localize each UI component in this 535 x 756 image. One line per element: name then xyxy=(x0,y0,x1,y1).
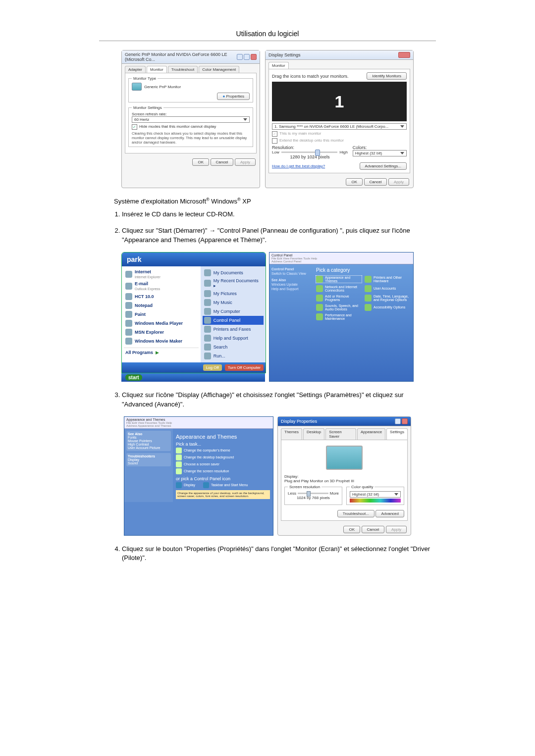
cancel-button[interactable]: Cancel xyxy=(364,178,387,186)
side-item[interactable]: Sound xyxy=(128,461,169,465)
monitor-type-value: Generic PnP Monitor xyxy=(144,85,181,89)
start-menu-item[interactable]: Windows Movie Maker xyxy=(124,337,199,346)
resolution-slider[interactable] xyxy=(298,493,328,494)
start-menu-item[interactable]: My Pictures xyxy=(203,289,264,298)
start-menu-item[interactable]: Run... xyxy=(203,352,264,360)
tab-monitor[interactable]: Monitor xyxy=(268,62,289,69)
monitor-preview[interactable]: 1 xyxy=(272,82,407,121)
display-settings-window: Display Settings Monitor Drag the icons … xyxy=(265,50,414,188)
tab-themes[interactable]: Themes xyxy=(281,428,302,440)
address-bar[interactable]: Address Control Panel xyxy=(271,260,411,263)
category-heading: Appearance and Themes xyxy=(176,434,270,440)
side-item[interactable]: Mouse Pointers xyxy=(128,439,169,443)
app-icon xyxy=(125,329,132,336)
hide-modes-checkbox[interactable]: ✓ Hide modes that this monitor cannot di… xyxy=(132,124,250,130)
start-menu-item[interactable]: MSN Explorer xyxy=(124,328,199,337)
start-menu-item[interactable]: Control Panel xyxy=(203,316,264,325)
logoff-button[interactable]: Log Off xyxy=(203,364,222,371)
main-monitor-checkbox[interactable]: ✓This is my main monitor xyxy=(272,131,407,137)
ok-button[interactable]: OK xyxy=(192,158,209,166)
category-icon xyxy=(365,295,372,302)
help-icon[interactable] xyxy=(395,418,401,424)
side-item[interactable]: Fonts xyxy=(128,436,169,439)
cp-icon-display[interactable]: Display xyxy=(184,483,195,487)
side-item[interactable]: User Account Picture xyxy=(128,446,169,450)
advanced-button[interactable]: Advanced xyxy=(375,510,404,517)
category-item[interactable]: Printers and Other Hardware xyxy=(365,276,410,283)
refresh-rate-select[interactable]: 60 Hertz xyxy=(132,116,250,123)
ok-button[interactable]: OK xyxy=(346,178,363,186)
resolution-slider[interactable] xyxy=(281,151,338,153)
start-menu-item[interactable]: InternetInternet Explorer xyxy=(124,268,199,280)
start-menu-item[interactable]: Notepad xyxy=(124,301,199,310)
side-item[interactable]: High Contrast xyxy=(128,443,169,446)
address-bar[interactable]: Address Appearance and Themes xyxy=(126,424,271,427)
monitor-settings-group: Monitor Settings Screen refresh rate: 60… xyxy=(128,105,253,147)
tab-screensaver[interactable]: Screen Saver xyxy=(325,428,356,440)
see-also-item[interactable]: Windows Update xyxy=(271,283,311,286)
start-menu-item[interactable]: Printers and Faxes xyxy=(203,325,264,334)
start-menu-item[interactable]: HCT 10.0 xyxy=(124,292,199,301)
cancel-button[interactable]: Cancel xyxy=(211,158,234,166)
apply-button[interactable]: Apply xyxy=(386,526,407,533)
start-menu-item[interactable]: Search xyxy=(203,343,264,352)
task-item[interactable]: Change the screen resolution xyxy=(176,468,270,474)
tab-monitor[interactable]: Monitor xyxy=(147,66,167,73)
category-item[interactable]: User Accounts xyxy=(365,285,410,292)
start-menu-item[interactable]: Windows Media Player xyxy=(124,319,199,328)
category-item[interactable]: Date, Time, Language, and Regional Optio… xyxy=(365,295,410,302)
close-icon[interactable] xyxy=(402,418,408,424)
close-icon[interactable] xyxy=(398,52,410,58)
see-also-item[interactable]: Help and Support xyxy=(271,287,311,291)
tab-desktop[interactable]: Desktop xyxy=(303,428,324,440)
start-menu-item[interactable]: Paint xyxy=(124,310,199,319)
tab-color-management[interactable]: Color Management xyxy=(199,66,239,73)
apply-button[interactable]: Apply xyxy=(235,158,256,166)
category-item[interactable]: Accessibility Options xyxy=(365,304,410,311)
best-display-link[interactable]: How do I get the best display? xyxy=(272,164,325,168)
category-item[interactable]: Performance and Maintenance xyxy=(316,313,362,320)
monitor-preview xyxy=(284,443,404,473)
start-menu-item[interactable]: My Documents xyxy=(203,268,264,277)
task-item[interactable]: Choose a screen saver xyxy=(176,461,270,467)
chevron-down-icon xyxy=(400,125,404,128)
maximize-icon[interactable] xyxy=(244,54,250,60)
category-item[interactable]: Add or Remove Programs xyxy=(316,295,362,302)
minimize-icon[interactable] xyxy=(237,54,243,60)
switch-classic-link[interactable]: Switch to Classic View xyxy=(271,272,311,275)
all-programs[interactable]: All Programs ▶ xyxy=(124,348,199,356)
extend-desktop-checkbox[interactable]: Extend the desktop onto this monitor xyxy=(272,138,407,144)
taskbar-start[interactable]: start xyxy=(121,373,265,382)
start-menu-item[interactable]: Help and Support xyxy=(203,334,264,343)
hide-modes-description: Clearing this check box allows you to se… xyxy=(132,131,250,145)
start-menu-item[interactable]: My Recent Documents ▸ xyxy=(203,277,264,289)
category-item[interactable]: Network and Internet Connections xyxy=(316,285,362,292)
color-quality-select[interactable]: Highest (32 bit) xyxy=(350,491,401,498)
tab-adapter[interactable]: Adapter xyxy=(125,66,146,73)
apply-button[interactable]: Apply xyxy=(388,178,409,186)
category-item[interactable]: Appearance and Themes xyxy=(316,276,362,283)
advanced-settings-button[interactable]: Advanced Settings... xyxy=(360,162,407,170)
monitor-select[interactable]: 1. Samsung **** on NVIDIA GeForce 6600 L… xyxy=(272,123,407,130)
turnoff-button[interactable]: Turn Off Computer xyxy=(225,364,264,371)
properties-button[interactable]: ● Properties xyxy=(217,93,250,100)
task-item[interactable]: Change the computer's theme xyxy=(176,448,270,454)
troubleshoot-button[interactable]: Troubleshoot... xyxy=(337,510,374,517)
tab-settings[interactable]: Settings xyxy=(386,428,408,440)
cp-icon-taskbar[interactable]: Taskbar and Start Menu xyxy=(211,483,248,487)
tab-appearance[interactable]: Appearance xyxy=(357,428,385,440)
start-menu-item[interactable]: My Music xyxy=(203,298,264,307)
side-item[interactable]: Display xyxy=(128,458,169,461)
task-item[interactable]: Change the desktop background xyxy=(176,454,270,460)
close-icon[interactable] xyxy=(251,54,257,60)
cancel-button[interactable]: Cancel xyxy=(362,526,385,533)
start-menu-item[interactable]: My Computer xyxy=(203,307,264,316)
tab-troubleshoot[interactable]: Troubleshoot xyxy=(168,66,198,73)
arrow-icon xyxy=(176,454,182,460)
app-icon xyxy=(125,283,132,290)
colors-select[interactable]: Highest (32 bit) xyxy=(353,150,407,156)
start-menu-item[interactable]: E-mailOutlook Express xyxy=(124,280,199,292)
ok-button[interactable]: OK xyxy=(343,526,360,533)
identify-monitors-button[interactable]: Identify Monitors xyxy=(367,72,407,80)
category-item[interactable]: Sounds, Speech, and Audio Devices xyxy=(316,304,362,311)
